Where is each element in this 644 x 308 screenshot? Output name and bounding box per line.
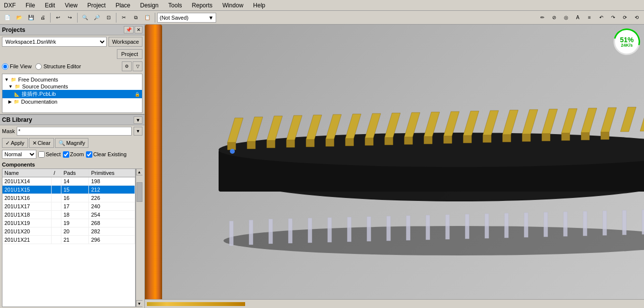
svg-point-73 <box>230 149 235 154</box>
projects-title: Projects <box>2 27 25 33</box>
scroll-thumb[interactable] <box>137 182 142 202</box>
zoom-checkbox-label[interactable]: Zoom <box>63 151 84 158</box>
menu-place[interactable]: Place <box>113 1 132 10</box>
3d-viewport[interactable]: 51% 24K/s <box>145 25 644 308</box>
toolbar-print[interactable]: 🖨 <box>37 12 48 23</box>
toolbar-new[interactable]: 📄 <box>2 12 13 23</box>
view-options: File View Structure Editor ⚙ ▽ <box>0 60 144 73</box>
view-icon-btn-1[interactable]: ⚙ <box>122 61 132 71</box>
toolbar-zoom-out[interactable]: 🔎 <box>91 12 102 23</box>
table-scrollbar[interactable]: ▲ ▼ <box>136 168 142 307</box>
menu-tools[interactable]: Tools <box>167 1 184 10</box>
workspace-row: Workspace1.DsnWrk Workspace <box>0 35 144 48</box>
col-pads[interactable]: Pads <box>61 169 89 177</box>
table-row[interactable]: 201U1X2020282 <box>2 227 135 236</box>
structure-editor-radio[interactable]: Structure Editor <box>35 63 81 70</box>
tree-source-docs[interactable]: ▼ 📁 Source Documents <box>2 83 142 90</box>
table-row[interactable]: 201U1X1616226 <box>2 194 135 202</box>
toolbar-undo[interactable]: ↩ <box>53 12 63 23</box>
workspace-button[interactable]: Workspace <box>109 37 142 47</box>
tree-pcblib-file[interactable]: 📐 接插件.PcbLib 🔒 <box>2 90 142 98</box>
col-slash[interactable]: / <box>52 169 61 177</box>
magnify-button[interactable]: 🔍 Magnify <box>55 138 89 148</box>
svg-rect-33 <box>406 216 410 240</box>
tree-expand-icon: ▼ <box>4 77 9 82</box>
menu-view[interactable]: View <box>63 1 80 10</box>
file-view-radio[interactable]: File View <box>2 63 31 70</box>
svg-marker-37 <box>444 112 459 136</box>
toolbar-extra-1[interactable]: ✏ <box>537 12 548 23</box>
apply-check-icon: ✓ <box>5 140 10 146</box>
menu-window[interactable]: Window <box>221 1 246 10</box>
table-row[interactable]: 201U1X1717240 <box>2 202 135 211</box>
toolbar-extra-8[interactable]: ⟳ <box>619 12 630 23</box>
mask-input[interactable] <box>17 127 132 136</box>
menu-design[interactable]: Design <box>138 1 160 10</box>
workspace-dropdown[interactable]: Workspace1.DsnWrk <box>2 37 107 47</box>
svg-rect-24 <box>347 217 351 242</box>
toolbar-extra-7[interactable]: ↷ <box>608 12 618 23</box>
svg-marker-61 <box>601 108 616 132</box>
menu-project[interactable]: Project <box>85 1 108 10</box>
svg-rect-21 <box>328 218 332 242</box>
select-checkbox-label[interactable]: Select <box>38 151 61 158</box>
table-row[interactable]: 201U1X1818254 <box>2 211 135 219</box>
toolbar-extra-9[interactable]: ⟲ <box>631 12 642 23</box>
file-tree: ▼ 📁 Free Documents ▼ 📁 Source Documents … <box>2 74 142 113</box>
clear-button[interactable]: ✕ Clear <box>29 138 54 148</box>
perf-indicator: 51% 24K/s <box>614 28 640 55</box>
svg-rect-18 <box>308 218 312 243</box>
apply-button[interactable]: ✓ Apply <box>2 138 28 148</box>
svg-marker-44 <box>483 135 491 142</box>
clear-existing-checkbox[interactable] <box>86 151 92 158</box>
mask-dropdown-btn[interactable]: ▼ <box>134 127 142 136</box>
toolbar-save[interactable]: 💾 <box>26 12 36 23</box>
svg-marker-66 <box>640 107 644 131</box>
view-icon-btn-2[interactable]: ▽ <box>133 61 142 71</box>
zoom-checkbox[interactable] <box>63 151 69 158</box>
toolbar-extra-4[interactable]: A <box>572 12 583 23</box>
not-saved-dropdown[interactable]: (Not Saved) ▼ <box>157 13 216 23</box>
toolbar-redo[interactable]: ↪ <box>64 12 75 23</box>
table-row[interactable]: 201U1X2121296 <box>2 236 135 244</box>
cb-library-panel: CB Library ▼ Mask ▼ ✓ Apply ✕ Clear <box>0 114 144 308</box>
toolbar-extra-5[interactable]: ≡ <box>584 12 595 23</box>
col-name[interactable]: Name <box>2 169 52 177</box>
folder-icon-docs: 📁 <box>14 99 19 104</box>
project-button[interactable]: Project <box>117 49 142 59</box>
menu-edit[interactable]: Edit <box>43 1 57 10</box>
select-checkbox[interactable] <box>38 151 45 158</box>
table-row[interactable]: 201U1X1414198 <box>2 177 135 186</box>
scroll-up[interactable]: ▲ <box>136 168 143 175</box>
toolbar-copy[interactable]: ⧉ <box>130 12 141 23</box>
toolbar-extra-3[interactable]: ◎ <box>560 12 571 23</box>
svg-rect-27 <box>367 217 371 241</box>
menu-reports[interactable]: Reports <box>190 1 215 10</box>
col-primitives[interactable]: Primitives <box>89 169 135 177</box>
toolbar-extra-6[interactable]: ↶ <box>596 12 607 23</box>
toolbar-zoom-in[interactable]: 🔍 <box>80 12 90 23</box>
scroll-down[interactable]: ▼ <box>136 300 143 307</box>
svg-marker-7 <box>247 117 263 141</box>
menu-dxf[interactable]: DXF <box>2 1 18 10</box>
toolbar-paste[interactable]: 📋 <box>142 12 153 23</box>
table-row[interactable]: 201U1X1919268 <box>2 219 135 227</box>
menu-file[interactable]: File <box>24 1 37 10</box>
toolbar-fit[interactable]: ⊡ <box>103 12 114 23</box>
toolbar-extra-2[interactable]: ⊘ <box>549 12 560 23</box>
panel-close[interactable]: ✕ <box>135 26 142 33</box>
tree-free-docs[interactable]: ▼ 📁 Free Documents <box>2 76 142 83</box>
filter-dropdown[interactable]: Normal <box>2 150 36 159</box>
tree-documentation[interactable]: ▶ 📁 Documentation <box>2 98 142 105</box>
svg-marker-4 <box>227 118 243 142</box>
toolbar-cut[interactable]: ✂ <box>118 12 129 23</box>
svg-rect-9 <box>249 220 253 245</box>
table-row[interactable]: 201U1X1515212 <box>2 186 135 194</box>
menu-help[interactable]: Help <box>251 1 267 10</box>
toolbar-open[interactable]: 📂 <box>14 12 25 23</box>
panel-pin[interactable]: 📌 <box>124 26 134 33</box>
cb-expand[interactable]: ▼ <box>134 116 142 124</box>
components-table: Name / Pads Primitives 201U1X1414198201U… <box>2 169 135 244</box>
clear-existing-checkbox-label[interactable]: Clear Existing <box>86 151 127 158</box>
cb-controls: ▼ <box>134 116 142 124</box>
